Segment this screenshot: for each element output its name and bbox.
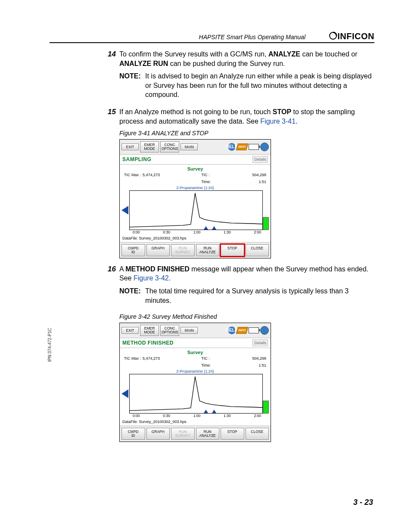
exit-button[interactable]: EXIT: [121, 143, 139, 151]
step-number: 15: [101, 107, 119, 126]
battery-icon: [249, 327, 259, 333]
help-icon[interactable]: HELP: [228, 143, 236, 151]
run-analyze-button[interactable]: RUN ANALYZE: [196, 428, 220, 440]
datafile-value: Survey_20100302_003.hps: [139, 420, 187, 424]
level-indicator: [263, 374, 269, 414]
stop-button[interactable]: STOP: [221, 428, 244, 440]
graph-button[interactable]: GRAPH: [146, 244, 170, 256]
step-text: To confirm the Survey results with a GC/…: [119, 50, 268, 58]
globe-icon[interactable]: [260, 143, 269, 151]
play-left-icon[interactable]: [121, 206, 128, 215]
globe-icon[interactable]: [260, 326, 269, 335]
logo-icon: [329, 31, 337, 40]
battery-icon: [249, 144, 259, 150]
close-button[interactable]: CLOSE: [246, 428, 269, 440]
note-label: NOTE:: [119, 72, 145, 100]
details-button[interactable]: Details: [252, 156, 268, 163]
device-figure-3-41: EXIT EMER MODE CONC OPTIONS MAIN HELP IN…: [119, 139, 271, 258]
tic-label: TIC :: [201, 172, 210, 177]
run-survey-button: RUN SURVEY: [171, 244, 195, 256]
method-finished-keyword: METHOD FINISHED: [125, 265, 189, 273]
chart-marker-2: [212, 410, 216, 413]
tic-chart: [129, 374, 263, 414]
note-text: The total time required for a Survey ana…: [145, 286, 372, 305]
status-text: METHOD FINISHED: [122, 339, 174, 346]
xaxis-tick: 1:00: [193, 414, 201, 418]
time-label: Time:: [201, 363, 211, 368]
stop-button[interactable]: STOP: [221, 244, 244, 256]
main-button[interactable]: MAIN: [181, 327, 198, 334]
xaxis-tick: 1:00: [193, 230, 201, 235]
note-14: NOTE: It is advised to begin an Analyze …: [119, 72, 372, 100]
survey-header: Survey: [120, 348, 271, 356]
emer-mode-button[interactable]: EMER MODE: [140, 141, 159, 152]
tic-label: TIC :: [201, 356, 210, 361]
tic-value: 504,298: [252, 356, 266, 361]
help-icon[interactable]: HELP: [228, 327, 236, 334]
xaxis-tick: 0:30: [163, 414, 170, 418]
step-14: 14 To confirm the Survey results with a …: [101, 50, 372, 68]
xaxis-tick: 2:00: [254, 230, 261, 235]
run-analyze-button[interactable]: RUN ANALYZE: [196, 244, 220, 256]
compound-label: 2-Propanamine (1:24): [120, 369, 271, 374]
tic-max-value: 5,474,273: [143, 356, 160, 368]
conc-options-button[interactable]: CONC OPTIONS: [160, 325, 179, 336]
note-16: NOTE: The total time required for a Surv…: [119, 286, 372, 305]
tic-chart: [129, 190, 263, 230]
datafile-label: DataFile:: [122, 236, 138, 240]
chart-marker-1: [204, 226, 208, 230]
compound-label: 2-Propanamine (1:24): [120, 185, 271, 190]
tic-max-value: 5,474,273: [143, 172, 160, 184]
conc-options-button[interactable]: CONC OPTIONS: [160, 141, 179, 152]
datafile-value: Survey_20100302_003.hps: [139, 236, 187, 240]
chart-marker-2: [212, 226, 216, 230]
tic-max-label: TIC Max :: [124, 356, 141, 368]
time-label: Time:: [201, 179, 211, 184]
info-icon[interactable]: INFO: [236, 143, 248, 150]
status-text: SAMPLING: [122, 156, 151, 163]
note-label: NOTE:: [119, 286, 145, 305]
cmpd-id-button[interactable]: CMPD ID: [121, 244, 145, 256]
details-button[interactable]: Details: [252, 339, 268, 346]
analyze-run-keyword: ANALYZE RUN: [119, 60, 168, 67]
xaxis-tick: 1:30: [224, 230, 231, 235]
stop-keyword: STOP: [273, 108, 291, 115]
step-15: 15 If an Analyze method is not going to …: [101, 107, 372, 126]
figure-caption-3-41: Figure 3-41 ANALYZE and STOP: [119, 129, 372, 137]
time-value: 1:51: [258, 363, 266, 368]
time-value: 1:51: [258, 179, 266, 184]
note-text: It is advised to begin an Analyze run ei…: [145, 72, 372, 100]
emer-mode-button[interactable]: EMER MODE: [140, 325, 159, 336]
analyze-keyword: ANALYZE: [268, 50, 300, 58]
xaxis-tick: 0:00: [133, 414, 140, 418]
brand-logo: INFICON: [329, 31, 374, 41]
level-indicator: [263, 190, 269, 230]
xaxis-tick: 0:00: [133, 230, 140, 235]
survey-header: Survey: [120, 165, 271, 172]
figure-link-3-41[interactable]: Figure 3-41: [260, 118, 296, 125]
graph-button[interactable]: GRAPH: [146, 428, 170, 440]
play-left-icon[interactable]: [121, 389, 128, 398]
manual-title: HAPSITE Smart Plus Operating Manual: [199, 34, 305, 40]
figure-caption-3-42: Figure 3-42 Survey Method Finished: [119, 313, 372, 321]
page-number: 3 - 23: [353, 498, 373, 507]
ipn-text: IPN 074-472-P1C: [47, 328, 52, 362]
datafile-label: DataFile:: [122, 420, 138, 424]
tic-value: 504,298: [252, 172, 266, 177]
cmpd-id-button[interactable]: CMPD ID: [121, 428, 145, 440]
chart-marker-1: [204, 410, 208, 413]
step-number: 14: [101, 50, 119, 68]
tic-max-label: TIC Max :: [124, 172, 141, 184]
figure-link-3-42[interactable]: Figure 3-42: [134, 274, 169, 282]
device-figure-3-42: EXIT EMER MODE CONC OPTIONS MAIN HELP IN…: [119, 323, 271, 442]
xaxis-tick: 1:30: [224, 414, 231, 418]
step-number: 16: [101, 264, 119, 283]
main-button[interactable]: MAIN: [181, 143, 198, 151]
exit-button[interactable]: EXIT: [121, 327, 139, 334]
run-survey-button: RUN SURVEY: [171, 428, 195, 440]
step-16: 16 A METHOD FINISHED message will appear…: [101, 264, 372, 283]
xaxis-tick: 0:30: [163, 230, 170, 235]
xaxis-tick: 2:00: [254, 414, 261, 418]
info-icon[interactable]: INFO: [236, 327, 248, 334]
close-button[interactable]: CLOSE: [246, 244, 269, 256]
